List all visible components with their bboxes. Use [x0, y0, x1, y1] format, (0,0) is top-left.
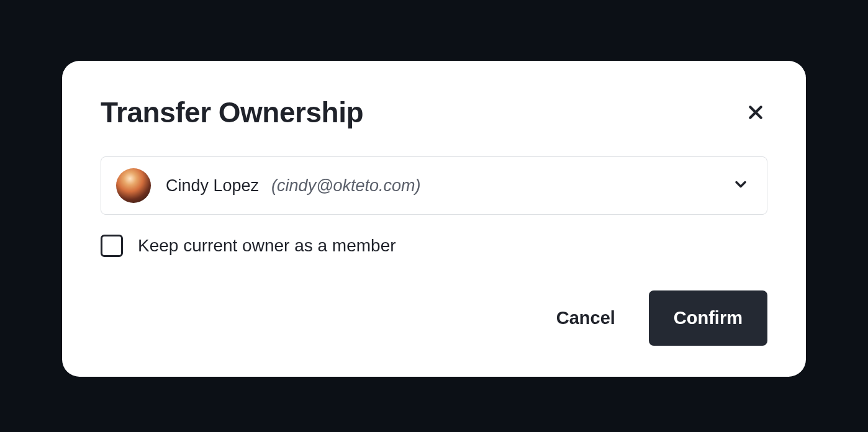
cancel-button[interactable]: Cancel — [554, 303, 618, 333]
confirm-button[interactable]: Confirm — [649, 290, 767, 346]
keep-member-checkbox[interactable] — [101, 235, 123, 257]
modal-header: Transfer Ownership — [101, 96, 767, 129]
user-select-content: Cindy Lopez (cindy@okteto.com) — [116, 168, 421, 203]
modal-footer: Cancel Confirm — [101, 290, 767, 346]
keep-member-row: Keep current owner as a member — [101, 235, 767, 257]
close-icon — [746, 103, 765, 122]
user-text: Cindy Lopez (cindy@okteto.com) — [166, 176, 421, 196]
selected-user-email: (cindy@okteto.com) — [271, 176, 420, 196]
keep-member-label: Keep current owner as a member — [138, 236, 396, 256]
close-button[interactable] — [744, 101, 767, 124]
selected-user-name: Cindy Lopez — [166, 176, 259, 196]
avatar — [116, 168, 151, 203]
chevron-down-icon — [732, 176, 749, 196]
transfer-ownership-modal: Transfer Ownership Cindy Lopez (cindy@ok… — [62, 61, 806, 377]
modal-title: Transfer Ownership — [101, 96, 363, 129]
user-select-dropdown[interactable]: Cindy Lopez (cindy@okteto.com) — [101, 156, 767, 215]
